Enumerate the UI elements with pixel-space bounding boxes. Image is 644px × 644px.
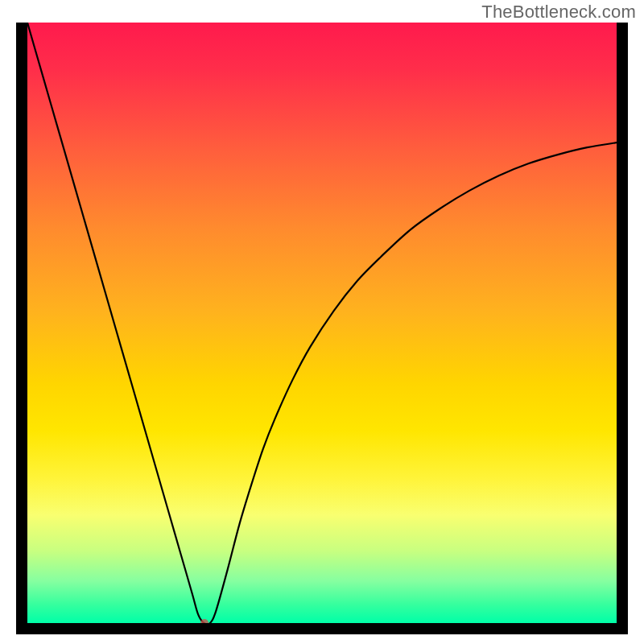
chart-container: TheBottleneck.com <box>0 0 644 644</box>
plot-frame <box>16 23 628 634</box>
watermark-text: TheBottleneck.com <box>481 2 636 23</box>
bottleneck-curve <box>27 23 617 623</box>
plot-area <box>27 23 617 623</box>
minimum-marker <box>200 619 208 623</box>
